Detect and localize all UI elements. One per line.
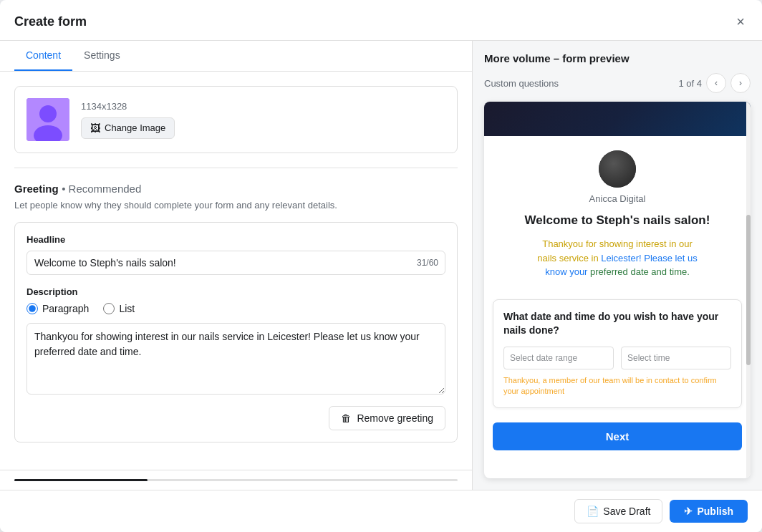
- preview-description: Thankyou for showing interest in ournail…: [531, 237, 703, 279]
- image-preview: [26, 98, 69, 141]
- image-section: 1134x1328 🖼 Change Image: [14, 86, 458, 153]
- publish-label: Publish: [697, 506, 733, 517]
- preview-helper-text: Thankyou, a member of our team will be i…: [503, 375, 731, 397]
- preview-avatar: [599, 150, 636, 188]
- page-count: 1 of 4: [678, 78, 702, 89]
- preview-question-card: What date and time do you wish to have y…: [493, 299, 742, 408]
- progress-bar-container: [14, 479, 458, 481]
- greeting-recommended: • Recommended: [62, 183, 141, 195]
- right-panel: More volume – form preview Custom questi…: [473, 41, 762, 490]
- image-dimensions: 1134x1328: [81, 101, 175, 112]
- save-draft-label: Save Draft: [603, 506, 650, 517]
- greeting-subtitle: Let people know why they should complete…: [14, 200, 458, 211]
- section-divider: [14, 168, 458, 168]
- create-form-modal: Create form × Content Settings: [0, 0, 762, 532]
- modal-title: Create form: [14, 14, 87, 29]
- form-card-footer: 🗑 Remove greeting: [26, 406, 445, 430]
- avatar-inner: [599, 150, 636, 188]
- description-label: Description: [26, 286, 445, 297]
- scrollbar-thumb[interactable]: [746, 215, 751, 365]
- headline-input-wrapper: 31/60: [26, 251, 445, 275]
- preview-time-field[interactable]: Select time: [621, 347, 731, 369]
- headline-input[interactable]: [26, 251, 445, 275]
- paragraph-option[interactable]: Paragraph: [26, 303, 89, 314]
- phone-content: Anicca Digital Welcome to Steph's nails …: [484, 102, 751, 459]
- save-draft-button[interactable]: 📄 Save Draft: [574, 499, 662, 523]
- preview-nav-controls: 1 of 4 ‹ ›: [678, 73, 751, 93]
- preview-title: More volume – form preview: [484, 52, 751, 64]
- custom-questions-label: Custom questions: [484, 78, 559, 89]
- description-textarea[interactable]: Thankyou for showing interest in our nai…: [26, 323, 445, 395]
- greeting-header: Greeting • Recommended: [14, 183, 458, 195]
- desc-green: preferred date and time.: [590, 266, 690, 277]
- preview-welcome-title: Welcome to Steph's nails salon!: [519, 213, 716, 228]
- list-option[interactable]: List: [103, 303, 135, 314]
- preview-profile-area: Anicca Digital Welcome to Steph's nails …: [484, 136, 751, 291]
- modal-body: Content Settings 1134x1328: [0, 41, 762, 490]
- greeting-title: Greeting: [14, 183, 59, 195]
- preview-header-bar: [484, 102, 751, 136]
- preview-fields: Select date range Select time: [503, 347, 731, 369]
- headline-label: Headline: [26, 234, 445, 245]
- prev-arrow-button[interactable]: ‹: [706, 73, 726, 93]
- save-draft-icon: 📄: [587, 506, 599, 517]
- image-icon: 🖼: [90, 122, 100, 134]
- preview-business-name: Anicca Digital: [589, 193, 646, 204]
- char-count: 31/60: [417, 258, 438, 268]
- preview-date-field[interactable]: Select date range: [503, 347, 614, 369]
- modal-footer: 📄 Save Draft ✈ Publish: [0, 490, 762, 532]
- tabs-bar: Content Settings: [0, 41, 472, 72]
- remove-greeting-label: Remove greeting: [357, 412, 433, 424]
- list-label: List: [119, 303, 135, 314]
- progress-bar: [14, 479, 148, 481]
- next-arrow-button[interactable]: ›: [730, 73, 751, 93]
- modal-header: Create form ×: [0, 0, 762, 41]
- remove-greeting-button[interactable]: 🗑 Remove greeting: [329, 406, 445, 430]
- close-button[interactable]: ×: [733, 11, 748, 32]
- image-info: 1134x1328 🖼 Change Image: [81, 101, 175, 139]
- scrollbar-track: [746, 102, 751, 478]
- preview-question-text: What date and time do you wish to have y…: [503, 310, 731, 338]
- tab-content[interactable]: Content: [14, 41, 72, 71]
- description-options: Paragraph List: [26, 303, 445, 314]
- paragraph-label: Paragraph: [42, 303, 89, 314]
- publish-button[interactable]: ✈ Publish: [670, 500, 748, 523]
- svg-point-1: [39, 105, 57, 122]
- publish-icon: ✈: [684, 506, 693, 517]
- change-image-button[interactable]: 🖼 Change Image: [81, 117, 175, 139]
- left-content: 1134x1328 🖼 Change Image Greeting • Reco…: [0, 72, 472, 470]
- greeting-form-card: Headline 31/60 Description Paragraph: [14, 222, 458, 442]
- list-radio[interactable]: [103, 303, 115, 314]
- phone-preview: Anicca Digital Welcome to Steph's nails …: [484, 102, 751, 478]
- change-image-label: Change Image: [105, 122, 165, 133]
- trash-icon: 🗑: [341, 412, 351, 424]
- next-button[interactable]: Next: [493, 422, 742, 450]
- paragraph-radio[interactable]: [26, 303, 38, 314]
- left-bottom: [0, 470, 472, 490]
- left-panel: Content Settings 1134x1328: [0, 41, 473, 490]
- preview-nav: Custom questions 1 of 4 ‹ ›: [484, 73, 751, 93]
- tab-settings[interactable]: Settings: [72, 41, 132, 71]
